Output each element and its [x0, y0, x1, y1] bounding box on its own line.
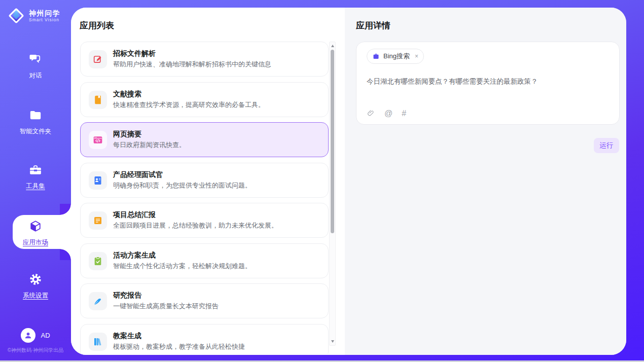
tool-chip-bing-search[interactable]: Bing搜索 ×: [367, 49, 424, 64]
app-card-title: 研究报告: [113, 291, 141, 300]
sidebar-item-app-market[interactable]: 应用市场: [13, 215, 71, 249]
chat-icon: [29, 53, 42, 66]
interview-doc-icon: [89, 171, 107, 190]
close-icon[interactable]: ×: [415, 53, 418, 60]
avatar: [21, 328, 35, 343]
prompt-text[interactable]: 今日湖北有哪些新闻要点？有哪些需要关注的最新政策？: [367, 77, 605, 86]
books-icon: [89, 333, 107, 351]
app-card-description: 全面回顾项目进展，总结经验教训，助力未来优化发展。: [113, 221, 278, 230]
user-initials: AD: [41, 332, 50, 339]
sidebar-item-label: 应用市场: [0, 238, 71, 247]
app-card-bid-analysis[interactable]: 招标文件解析 帮助用户快速、准确地理解和解析招标书中的关键信息: [80, 42, 329, 77]
app-card-description: 帮助用户快速、准确地理解和解析招标书中的关键信息: [113, 60, 271, 69]
sidebar-item-chat[interactable]: 对话: [0, 53, 71, 80]
app-card-description: 明确身份和职责，为您提供专业性的面试问题。: [113, 181, 252, 190]
app-card-description: 智能生成个性化活动方案，轻松解决规划难题。: [113, 262, 252, 271]
app-card-title: 活动方案生成: [113, 251, 156, 260]
app-detail-panel: 应用详情 Bing搜索 × 今日湖北有哪些新闻要点？有哪些需要关注的最新政策？ …: [345, 8, 626, 355]
app-card-pm-interviewer[interactable]: 产品经理面试官 明确身份和职责，为您提供专业性的面试问题。: [80, 163, 329, 198]
content-area: 应用列表 招标文件解析 帮助用户快速、准确地理解和解析招标书中的关键信息 文献搜…: [71, 8, 626, 355]
app-card-title: 教案生成: [113, 332, 141, 341]
prompt-editor[interactable]: Bing搜索 × 今日湖北有哪些新闻要点？有哪些需要关注的最新政策？ @#: [356, 42, 620, 125]
app-card-description: 一键智能生成高质量长文本研究报告: [113, 302, 219, 311]
attachment-toolbar: @#: [367, 109, 406, 118]
book-icon: [89, 91, 107, 109]
run-button[interactable]: 运行: [594, 138, 619, 153]
app-list-panel: 应用列表 招标文件解析 帮助用户快速、准确地理解和解析招标书中的关键信息 文献搜…: [71, 8, 345, 355]
list-scrollbar[interactable]: [329, 42, 336, 346]
sidebar-item-label: 工具集: [0, 182, 71, 191]
report-note-icon: [89, 211, 107, 230]
app-detail-title: 应用详情: [356, 20, 390, 31]
brand-tagline: Smart Vision: [29, 17, 60, 22]
diamond-logo-icon: [7, 7, 25, 25]
scroll-up-icon[interactable]: [331, 45, 334, 47]
gear-icon: [29, 273, 42, 286]
app-card-title: 产品经理面试官: [113, 170, 163, 179]
user-row[interactable]: AD: [0, 328, 71, 343]
app-card-web-summary[interactable]: 网页摘要 每日政府新闻资讯快查。: [80, 122, 329, 157]
scrollbar-thumb[interactable]: [331, 50, 334, 233]
app-card-description: 模板驱动，教案秒成，教学准备从此轻松快捷: [113, 342, 245, 351]
sidebar-item-label: 对话: [0, 71, 71, 80]
clipboard-check-icon: [89, 252, 107, 270]
tool-chip-label: Bing搜索: [383, 52, 410, 61]
sidebar: 神州问学 Smart Vision 对话智能文件夹工具集应用市场系统设置 AD …: [0, 0, 71, 362]
mention-icon[interactable]: @: [384, 110, 392, 118]
web-code-icon: [89, 131, 107, 149]
app-card-project-summary[interactable]: 项目总结汇报 全面回顾项目进展，总结经验教训，助力未来优化发展。: [80, 203, 329, 238]
paperclip-icon[interactable]: [367, 109, 375, 118]
app-list-title: 应用列表: [80, 20, 114, 31]
app-card-title: 项目总结汇报: [113, 210, 156, 220]
scroll-down-icon[interactable]: [331, 340, 334, 343]
app-card-description: 每日政府新闻资讯快查。: [113, 140, 186, 150]
sidebar-item-smart-folder[interactable]: 智能文件夹: [0, 108, 71, 136]
edit-document-icon: [89, 50, 107, 68]
sidebar-item-toolset[interactable]: 工具集: [0, 163, 71, 191]
hash-icon[interactable]: #: [402, 110, 406, 118]
toolbox-icon: [29, 163, 42, 176]
app-card-title: 招标文件解析: [113, 49, 156, 58]
app-card-list: 招标文件解析 帮助用户快速、准确地理解和解析招标书中的关键信息 文献搜索 快速精…: [80, 42, 329, 354]
cube-icon: [29, 220, 42, 233]
folder-icon: [29, 108, 42, 122]
app-card-lesson-plan[interactable]: 教案生成 模板驱动，教案秒成，教学准备从此轻松快捷: [80, 324, 329, 354]
app-card-title: 网页摘要: [113, 130, 141, 139]
pen-icon: [89, 292, 107, 310]
brand-logo: 神州问学 Smart Vision: [7, 7, 60, 25]
copyright-footer: ©神州数码·神州问学出品: [0, 347, 71, 354]
user-icon: [23, 331, 33, 340]
app-card-research-report[interactable]: 研究报告 一键智能生成高质量长文本研究报告: [80, 283, 329, 318]
app-card-title: 文献搜索: [113, 90, 141, 99]
sidebar-item-settings[interactable]: 系统设置: [0, 273, 71, 300]
sidebar-item-label: 系统设置: [0, 292, 71, 300]
briefcase-icon: [372, 53, 380, 60]
sidebar-item-label: 智能文件夹: [0, 127, 71, 136]
brand-name: 神州问学: [29, 9, 60, 17]
app-card-event-plan[interactable]: 活动方案生成 智能生成个性化活动方案，轻松解决规划难题。: [80, 243, 329, 278]
app-card-description: 快速精准查找学术资源，提高研究效率的必备工具。: [113, 100, 265, 110]
app-card-literature-search[interactable]: 文献搜索 快速精准查找学术资源，提高研究效率的必备工具。: [80, 82, 329, 117]
